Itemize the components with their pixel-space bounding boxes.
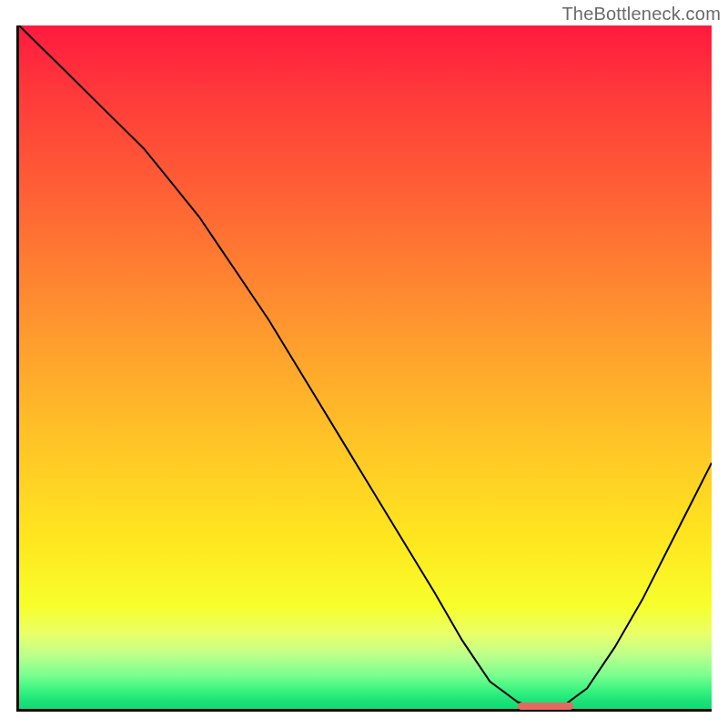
plot-area [16,25,712,712]
chart-container: TheBottleneck.com [0,0,728,728]
bottleneck-curve [19,25,712,709]
watermark-text: TheBottleneck.com [561,4,721,25]
optimal-range-marker [518,703,573,710]
